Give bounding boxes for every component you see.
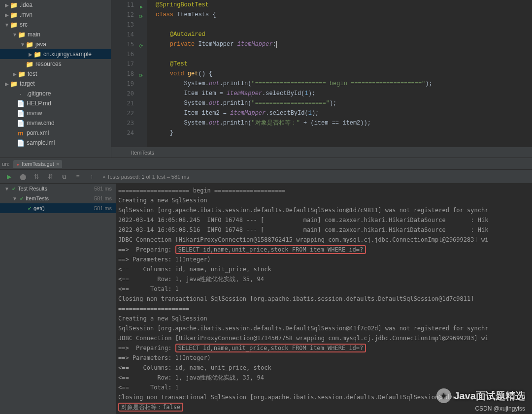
expand-icon[interactable]: ▼ (12, 196, 18, 201)
line-number: 14 (111, 30, 134, 39)
console-line: Closing non transactional SqlSession [or… (118, 294, 532, 304)
highlighted-sql: 对象是否相等：false (118, 403, 183, 412)
code-line[interactable] (156, 20, 532, 30)
expand-btn[interactable]: ≡ (73, 172, 83, 182)
tree-item[interactable]: ▶📁.idea (0, 0, 111, 10)
tree-item[interactable]: mpom.xml (0, 128, 111, 138)
expand-icon[interactable]: ▶ (4, 2, 10, 8)
run-tab-label: ItemTests.get (22, 161, 54, 167)
tree-item-label: pom.xml (27, 129, 49, 136)
console-line: <== Total: 1 (118, 284, 532, 294)
expand-icon[interactable]: ▶ (4, 12, 10, 18)
code-line[interactable]: private ItemMapper itemMapper; (156, 39, 532, 49)
prev-btn[interactable]: ↑ (87, 172, 97, 182)
console-line: ==================== begin =============… (118, 186, 532, 195)
folder-icon: 📁 (26, 41, 33, 48)
tree-item[interactable]: ·.gitignore (0, 89, 111, 98)
expand-icon[interactable]: ▶ (12, 71, 18, 77)
code-line[interactable]: System.out.println("====================… (156, 79, 532, 89)
code-line[interactable]: Item item2 = itemMapper.selectById(1); (156, 108, 532, 118)
project-tree[interactable]: ▶📁.idea▶📁.mvn▼📁src▼📁main▼📁java▶📁cn.xujin… (0, 0, 111, 158)
test-label: ItemTests (26, 195, 49, 201)
sort-btn-1[interactable]: ⇅ (32, 172, 41, 182)
code-line[interactable]: Item item = itemMapper.selectById(1); (156, 89, 532, 98)
code-line[interactable] (156, 49, 532, 59)
code-line[interactable]: @Autowired (156, 30, 532, 39)
line-number: 23 (111, 118, 134, 128)
tree-item-label: .mvn (20, 11, 33, 18)
line-number: 11 (111, 0, 134, 10)
test-tree[interactable]: ▼✔Test Results581 ms▼✔ItemTests581 ms✔ge… (0, 184, 116, 414)
expand-icon[interactable]: ▶ (4, 81, 10, 87)
tree-item[interactable]: 📄HELP.md (0, 98, 111, 108)
rerun-button[interactable]: ▶ (4, 172, 14, 182)
test-tree-item[interactable]: ✔get()581 ms (0, 203, 116, 213)
console-output[interactable]: ==================== begin =============… (116, 184, 532, 414)
folder-icon: 📁 (10, 80, 18, 88)
tree-item[interactable]: ▶📁target (0, 79, 111, 89)
expand-icon[interactable]: ▼ (4, 186, 10, 191)
console-line: Closing non transactional SqlSession [or… (118, 392, 532, 402)
code-line[interactable]: @SpringBootTest (156, 0, 532, 10)
tree-item[interactable]: 📄mvnw.cmd (0, 118, 111, 128)
console-line: <== Columns: id, name, unit_price, stock (118, 264, 532, 274)
tree-item-label: resources (35, 61, 62, 67)
tree-item-label: .gitignore (27, 90, 51, 97)
folder-icon: 📄 (17, 110, 25, 117)
close-icon[interactable]: × (56, 161, 59, 167)
folder-icon: 📄 (17, 139, 25, 147)
console-line: ==================== (118, 304, 532, 314)
tree-item[interactable]: 📄mvnw (0, 108, 111, 118)
code-line[interactable]: System.out.println("对象是否相等：" + (item == … (156, 118, 532, 128)
filter-btn[interactable]: ⧉ (59, 172, 69, 182)
console-line: JDBC Connection [HikariProxyConnection@1… (118, 333, 532, 343)
console-line: <== Columns: id, name, unit_price, stock (118, 363, 532, 373)
code-line[interactable]: } (156, 128, 532, 138)
sort-btn-2[interactable]: ⇵ (45, 172, 55, 182)
highlighted-sql: SELECT id,name,unit_price,stock FROM ite… (175, 344, 366, 352)
breadcrumb[interactable]: ItemTests (111, 147, 532, 158)
tree-item-label: HELP.md (27, 100, 51, 107)
test-status: » Tests passed: 1 of 1 test – 581 ms (102, 174, 189, 180)
run-panel: un: ⬥ ItemTests.get × ▶ ⬤ ⇅ ⇵ ⧉ ≡ ↑ » Te… (0, 158, 532, 414)
expand-icon[interactable]: ▼ (4, 22, 10, 28)
code-body[interactable]: @SpringBootTestclass ItemTests { @Autowi… (147, 0, 532, 147)
line-number: 22 (111, 108, 134, 118)
tree-item[interactable]: ▶📁.mvn (0, 10, 111, 20)
run-tab[interactable]: ⬥ ItemTests.get × (13, 160, 62, 168)
folder-icon: 📁 (33, 51, 41, 58)
tree-item[interactable]: 📄sample.iml (0, 138, 111, 148)
run-gutter-icon[interactable] (137, 70, 143, 76)
console-line: ==> Preparing: SELECT id,name,unit_price… (118, 245, 532, 255)
tree-item[interactable]: ▼📁java (0, 39, 111, 49)
tree-item-label: mvnw.cmd (27, 120, 55, 127)
tree-item[interactable]: ▶📁test (0, 69, 111, 79)
folder-icon: 📄 (17, 120, 25, 127)
run-gutter-icon[interactable] (137, 11, 143, 17)
line-number: 13 (111, 20, 134, 30)
code-line[interactable]: @Test (156, 59, 532, 69)
code-line[interactable]: System.out.println("====================… (156, 98, 532, 108)
tree-item[interactable]: ▶📁cn.xujingyi.sample (0, 49, 111, 59)
expand-icon[interactable]: ▶ (28, 52, 33, 57)
run-gutter-icon[interactable] (137, 41, 143, 47)
tree-item-label: target (20, 80, 35, 87)
tree-item[interactable]: 📁resources (0, 59, 111, 69)
highlighted-sql: SELECT id,name,unit_price,stock FROM ite… (175, 245, 366, 254)
run-gutter-icon[interactable] (137, 1, 143, 7)
console-line: <== Total: 1 (118, 382, 532, 392)
test-tree-item[interactable]: ▼✔ItemTests581 ms (0, 193, 116, 203)
expand-icon[interactable]: ▼ (12, 32, 18, 37)
stop-button[interactable]: ⬤ (18, 172, 28, 182)
code-line[interactable]: void get() { (156, 69, 532, 79)
run-toolbar: ▶ ⬤ ⇅ ⇵ ⧉ ≡ ↑ » Tests passed: 1 of 1 tes… (0, 170, 532, 184)
console-line: <== Row: 1, java性能优化实战, 35, 94 (118, 274, 532, 284)
console-line: Creating a new SqlSession (118, 195, 532, 205)
test-tree-item[interactable]: ▼✔Test Results581 ms (0, 184, 116, 193)
tree-item[interactable]: ▼📁src (0, 20, 111, 30)
test-duration: 581 ms (94, 205, 112, 211)
expand-icon[interactable]: ▼ (20, 42, 26, 47)
code-line[interactable]: class ItemTests { (156, 10, 532, 20)
code-editor[interactable]: 1112131415161718192021222324 @SpringBoot… (111, 0, 532, 158)
tree-item[interactable]: ▼📁main (0, 30, 111, 39)
